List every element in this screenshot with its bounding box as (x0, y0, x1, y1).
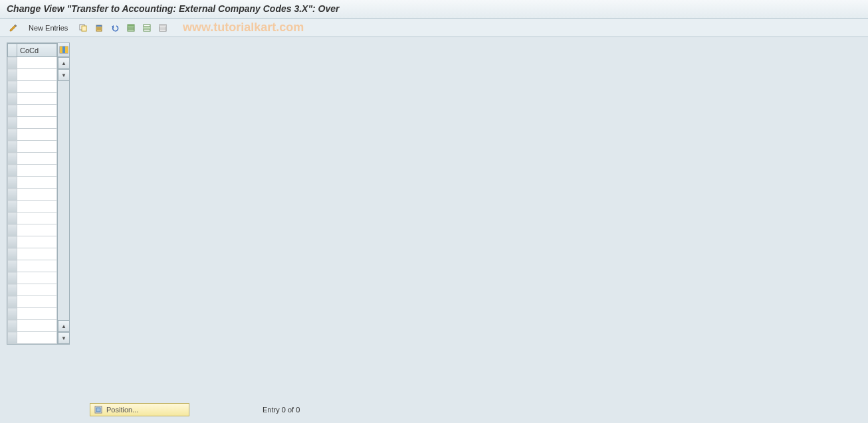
cocd-cell[interactable] (17, 129, 57, 141)
position-icon (94, 406, 102, 414)
table-row (8, 117, 57, 129)
new-entries-button[interactable]: New Entries (23, 22, 74, 34)
cocd-cell[interactable] (17, 153, 57, 165)
svg-rect-12 (144, 27, 150, 29)
cocd-cell[interactable] (17, 224, 57, 236)
row-selector[interactable] (8, 177, 17, 189)
scroll-up-bottom-icon[interactable]: ▲ (58, 320, 70, 332)
row-selector[interactable] (8, 284, 17, 296)
position-button[interactable]: Position... (90, 403, 189, 416)
vertical-scrollbar[interactable]: ▲ ▼ ▲ ▼ (58, 42, 70, 345)
cocd-cell[interactable] (17, 248, 57, 260)
data-grid: CoCd (7, 42, 58, 345)
deselect-all-icon[interactable] (156, 21, 169, 35)
table-row (8, 284, 57, 296)
cocd-cell[interactable] (17, 105, 57, 117)
table-row (8, 93, 57, 105)
row-selector[interactable] (8, 201, 17, 212)
row-selector[interactable] (8, 224, 17, 236)
row-selector[interactable] (8, 57, 17, 69)
scroll-down-icon[interactable]: ▼ (58, 69, 70, 81)
column-header-cocd[interactable]: CoCd (17, 44, 57, 57)
row-selector[interactable] (8, 69, 17, 81)
row-selector[interactable] (8, 320, 17, 332)
page-title: Change View "Transfer to Accounting: Ext… (0, 0, 868, 19)
position-label: Position... (106, 406, 138, 414)
row-selector[interactable] (8, 141, 17, 153)
table-row (8, 260, 57, 272)
row-selector[interactable] (8, 212, 17, 224)
cocd-cell[interactable] (17, 272, 57, 284)
table-row (8, 81, 57, 93)
copy-icon[interactable] (76, 21, 90, 35)
cocd-cell[interactable] (17, 189, 57, 201)
entry-status: Entry 0 of 0 (263, 406, 300, 414)
table-row (8, 320, 57, 332)
table-row (8, 165, 57, 177)
footer: Position... Entry 0 of 0 (90, 403, 300, 416)
cocd-cell[interactable] (17, 212, 57, 224)
table-row (8, 141, 57, 153)
select-block-icon[interactable] (140, 21, 154, 35)
cocd-cell[interactable] (17, 260, 57, 272)
row-selector[interactable] (8, 81, 17, 93)
change-display-icon[interactable] (7, 21, 20, 35)
table-row (8, 212, 57, 224)
cocd-cell[interactable] (17, 320, 57, 332)
table-row (8, 224, 57, 236)
cocd-cell[interactable] (17, 308, 57, 320)
row-selector[interactable] (8, 308, 17, 320)
watermark: www.tutorialkart.com (183, 21, 304, 35)
row-selector[interactable] (8, 105, 17, 117)
content-area: CoCd ▲ ▼ (0, 37, 868, 423)
svg-rect-24 (96, 408, 100, 412)
row-selector[interactable] (8, 248, 17, 260)
table-row (8, 153, 57, 165)
table-row (8, 308, 57, 320)
svg-rect-22 (65, 46, 68, 53)
cocd-cell[interactable] (17, 69, 57, 81)
row-selector[interactable] (8, 296, 17, 308)
table-row (8, 236, 57, 248)
cocd-cell[interactable] (17, 141, 57, 153)
toolbar: New Entries (0, 19, 868, 37)
row-selector[interactable] (8, 272, 17, 284)
row-selector-header[interactable] (8, 44, 17, 57)
svg-rect-16 (160, 25, 166, 27)
cocd-cell[interactable] (17, 117, 57, 129)
select-all-icon[interactable] (124, 21, 138, 35)
table-settings-icon[interactable] (58, 43, 69, 57)
row-selector[interactable] (8, 93, 17, 105)
cocd-cell[interactable] (17, 93, 57, 105)
row-selector[interactable] (8, 332, 17, 344)
delete-icon[interactable] (92, 21, 106, 35)
table-row (8, 201, 57, 212)
row-selector[interactable] (8, 153, 17, 165)
svg-rect-21 (62, 46, 65, 53)
cocd-cell[interactable] (17, 57, 57, 69)
undo-icon[interactable] (108, 21, 122, 35)
row-selector[interactable] (8, 236, 17, 248)
cocd-cell[interactable] (17, 165, 57, 177)
cocd-cell[interactable] (17, 332, 57, 344)
table-row (8, 332, 57, 344)
table-row (8, 129, 57, 141)
row-selector[interactable] (8, 117, 17, 129)
row-selector[interactable] (8, 129, 17, 141)
scroll-up-icon[interactable]: ▲ (58, 57, 70, 69)
cocd-cell[interactable] (17, 177, 57, 189)
svg-rect-1 (82, 26, 86, 31)
table-row (8, 296, 57, 308)
table-row (8, 248, 57, 260)
table-row (8, 69, 57, 81)
cocd-cell[interactable] (17, 296, 57, 308)
row-selector[interactable] (8, 260, 17, 272)
row-selector[interactable] (8, 165, 17, 177)
row-selector[interactable] (8, 189, 17, 201)
cocd-cell[interactable] (17, 236, 57, 248)
cocd-cell[interactable] (17, 81, 57, 93)
cocd-cell[interactable] (17, 284, 57, 296)
scroll-down-bottom-icon[interactable]: ▼ (58, 332, 70, 344)
cocd-cell[interactable] (17, 201, 57, 212)
table-row (8, 189, 57, 201)
